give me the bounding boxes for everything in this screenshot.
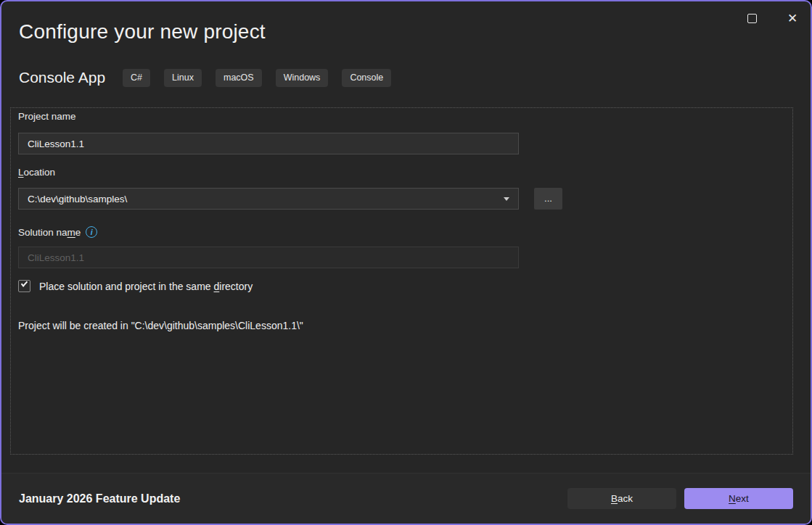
footer: January 2026 Feature Update Back Next <box>1 473 811 524</box>
solution-name-input: CliLesson1.1 <box>18 247 519 268</box>
tag-console: Console <box>342 69 391 87</box>
project-name-input[interactable]: CliLesson1.1 <box>18 133 519 154</box>
titlebar-controls: ✕ <box>739 7 805 29</box>
template-tag-list: C# Linux macOS Windows Console <box>123 69 391 87</box>
template-name: Console App <box>19 69 105 86</box>
form-region: Project name CliLesson1.1 Location C:\de… <box>10 107 793 455</box>
checkmark-icon <box>21 279 28 287</box>
tag-macos: macOS <box>216 69 262 87</box>
solution-name-value: CliLesson1.1 <box>28 252 84 263</box>
location-combobox[interactable]: C:\dev\github\samples\ <box>18 188 519 210</box>
footer-buttons: Back Next <box>567 488 793 509</box>
back-button[interactable]: Back <box>567 488 676 509</box>
tag-windows: Windows <box>276 69 329 87</box>
page-title: Configure your new project <box>19 20 266 44</box>
location-label: Location <box>18 167 55 178</box>
project-name-value: CliLesson1.1 <box>28 139 84 149</box>
tag-linux: Linux <box>164 69 202 87</box>
browse-location-button[interactable]: ... <box>534 188 562 210</box>
info-icon[interactable]: i <box>86 226 97 238</box>
close-icon: ✕ <box>787 12 797 25</box>
chevron-down-icon[interactable] <box>504 197 509 201</box>
same-directory-row: Place solution and project in the same d… <box>18 280 253 292</box>
configure-project-dialog: ✕ Configure your new project Console App… <box>0 0 812 525</box>
created-path-text: Project will be created in "C:\dev\githu… <box>18 320 303 331</box>
project-name-label: Project name <box>18 111 76 122</box>
next-button[interactable]: Next <box>684 488 793 509</box>
tag-csharp: C# <box>123 69 150 87</box>
same-directory-checkbox[interactable] <box>18 280 30 292</box>
location-value: C:\dev\github\samples\ <box>28 194 127 204</box>
close-button[interactable]: ✕ <box>780 7 805 29</box>
maximize-button[interactable] <box>739 7 764 29</box>
solution-name-label: Solution name i <box>18 226 97 238</box>
feature-update-label: January 2026 Feature Update <box>19 492 180 505</box>
same-directory-label[interactable]: Place solution and project in the same d… <box>39 281 253 292</box>
maximize-icon <box>747 14 757 23</box>
template-header: Console App C# Linux macOS Windows Conso… <box>19 69 789 87</box>
